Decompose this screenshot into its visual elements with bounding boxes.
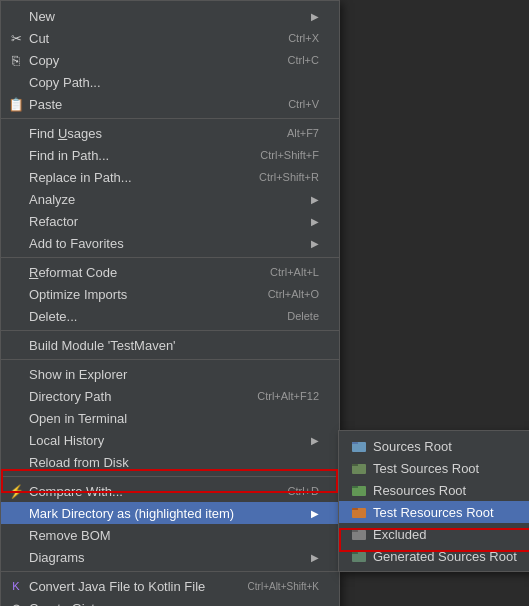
folder-orange-icon: [351, 504, 367, 520]
svg-rect-5: [352, 486, 358, 488]
svg-rect-9: [352, 530, 358, 532]
submenu-arrow-icon: ▶: [311, 216, 319, 227]
menu-item-copy-path[interactable]: Copy Path...: [1, 71, 339, 93]
menu-item-new[interactable]: New ▶: [1, 5, 339, 27]
menu-item-build-module[interactable]: Build Module 'TestMaven': [1, 334, 339, 356]
submenu-arrow-icon: ▶: [311, 435, 319, 446]
menu-item-show-explorer[interactable]: Show in Explorer: [1, 363, 339, 385]
menu-item-reload-disk[interactable]: Reload from Disk: [1, 451, 339, 473]
kotlin-icon: K: [7, 580, 25, 592]
github-icon: ⊙: [7, 601, 25, 607]
separator-4: [1, 359, 339, 360]
cut-icon: ✂: [7, 31, 25, 46]
menu-item-open-terminal[interactable]: Open in Terminal: [1, 407, 339, 429]
menu-item-refactor[interactable]: Refactor ▶: [1, 210, 339, 232]
paste-icon: 📋: [7, 97, 25, 112]
separator-6: [1, 571, 339, 572]
submenu-item-test-resources-root[interactable]: Test Resources Root: [339, 501, 529, 523]
menu-item-cut[interactable]: ✂ Cut Ctrl+X: [1, 27, 339, 49]
menu-item-directory-path[interactable]: Directory Path Ctrl+Alt+F12: [1, 385, 339, 407]
submenu-arrow-icon: ▶: [311, 552, 319, 563]
separator-2: [1, 257, 339, 258]
menu-item-analyze[interactable]: Analyze ▶: [1, 188, 339, 210]
menu-item-find-usages[interactable]: Find Usages Alt+F7: [1, 122, 339, 144]
submenu-arrow-icon: ▶: [311, 11, 319, 22]
copy-icon: ⎘: [7, 53, 25, 68]
menu-item-convert-java[interactable]: K Convert Java File to Kotlin File Ctrl+…: [1, 575, 339, 597]
menu-item-add-favorites[interactable]: Add to Favorites ▶: [1, 232, 339, 254]
separator-5: [1, 476, 339, 477]
submenu-arrow-icon: ▶: [311, 238, 319, 249]
folder-green-icon: [351, 460, 367, 476]
submenu-item-excluded[interactable]: Excluded: [339, 523, 529, 545]
menu-item-compare-with[interactable]: ⚡ Compare With... Ctrl+D: [1, 480, 339, 502]
folder-gray-icon: [351, 526, 367, 542]
menu-item-paste[interactable]: 📋 Paste Ctrl+V: [1, 93, 339, 115]
submenu-item-resources-root[interactable]: Resources Root: [339, 479, 529, 501]
context-menu: New ▶ ✂ Cut Ctrl+X ⎘ Copy Ctrl+C Copy Pa…: [0, 0, 340, 606]
menu-item-delete[interactable]: Delete... Delete: [1, 305, 339, 327]
submenu-arrow-icon: ▶: [311, 508, 319, 519]
separator-1: [1, 118, 339, 119]
submenu-item-sources-root[interactable]: Sources Root: [339, 435, 529, 457]
svg-rect-7: [352, 508, 358, 510]
svg-rect-11: [352, 552, 358, 554]
compare-icon: ⚡: [7, 484, 25, 499]
menu-item-remove-bom[interactable]: Remove BOM: [1, 524, 339, 546]
submenu-item-test-sources-root[interactable]: Test Sources Root: [339, 457, 529, 479]
menu-item-find-in-path[interactable]: Find in Path... Ctrl+Shift+F: [1, 144, 339, 166]
menu-item-copy[interactable]: ⎘ Copy Ctrl+C: [1, 49, 339, 71]
submenu-item-generated-sources-root[interactable]: Generated Sources Root: [339, 545, 529, 567]
mark-directory-submenu: Sources Root Test Sources Root Resources…: [338, 430, 529, 572]
menu-item-create-gist[interactable]: ⊙ Create Gist...: [1, 597, 339, 606]
svg-rect-3: [352, 464, 358, 466]
submenu-arrow-icon: ▶: [311, 194, 319, 205]
svg-rect-1: [352, 442, 358, 444]
menu-item-reformat[interactable]: Reformat Code Ctrl+Alt+L: [1, 261, 339, 283]
folder-blue-icon: [351, 438, 367, 454]
menu-item-local-history[interactable]: Local History ▶: [1, 429, 339, 451]
menu-item-replace-in-path[interactable]: Replace in Path... Ctrl+Shift+R: [1, 166, 339, 188]
folder-dark-icon: [351, 548, 367, 564]
folder-teal-icon: [351, 482, 367, 498]
menu-item-optimize-imports[interactable]: Optimize Imports Ctrl+Alt+O: [1, 283, 339, 305]
menu-item-diagrams[interactable]: Diagrams ▶: [1, 546, 339, 568]
menu-item-mark-directory[interactable]: Mark Directory as (highlighted item) ▶: [1, 502, 339, 524]
separator-3: [1, 330, 339, 331]
